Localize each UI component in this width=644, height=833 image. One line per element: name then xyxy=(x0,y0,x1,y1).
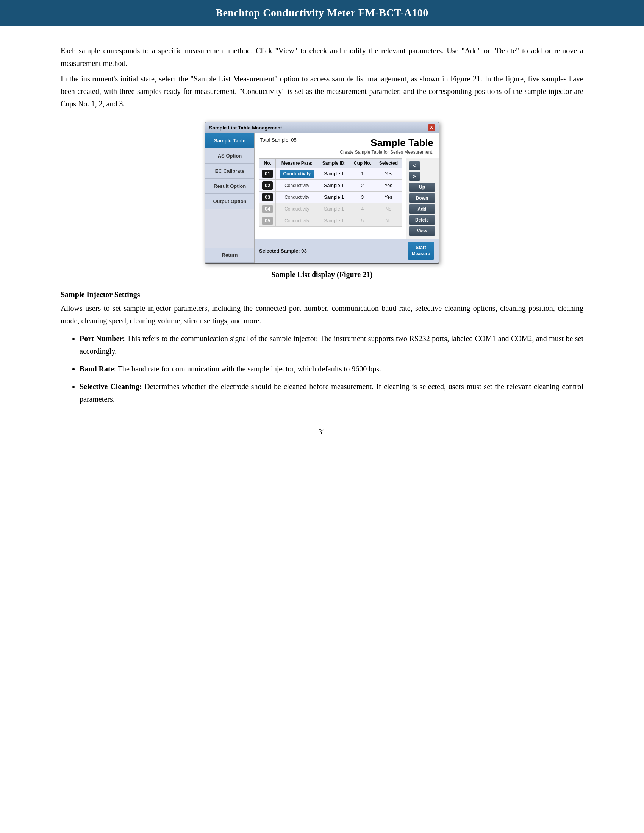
sample-table: No. Measure Para: Sample ID: Cup No. Sel… xyxy=(259,158,402,227)
list-item: Port Number: This refers to the communic… xyxy=(80,333,583,357)
bullet-text-3: Determines whether the electrode should … xyxy=(80,383,583,403)
table-row: 04 Conductivity Sample 1 4 No xyxy=(259,203,402,215)
add-button[interactable]: Add xyxy=(409,204,435,214)
sidebar-item-result-option[interactable]: Result Option xyxy=(205,179,254,194)
cell-measure-para: Conductivity xyxy=(276,203,318,215)
list-item: Selective Cleaning: Determines whether t… xyxy=(80,381,583,405)
figure-caption: Sample List display (Figure 21) xyxy=(61,270,583,279)
cell-measure-para: Conductivity xyxy=(276,168,318,180)
bullet-term-1: Port Number xyxy=(80,334,123,343)
col-header-selected: Selected xyxy=(375,159,402,168)
bullet-text-1: This refers to the communication signal … xyxy=(80,334,583,355)
cell-sample-id: Sample 1 xyxy=(318,203,350,215)
cell-measure-para: Conductivity xyxy=(276,180,318,191)
delete-button[interactable]: Delete xyxy=(409,215,435,225)
cell-selected: Yes xyxy=(375,191,402,203)
dialog-sidebar: Sample Table AS Option EC Calibrate Resu… xyxy=(205,133,254,263)
cell-cup-no: 2 xyxy=(349,180,375,191)
dialog-title-row: Total Sample: 05 Sample Table Create Sam… xyxy=(254,133,439,158)
sidebar-item-return[interactable]: Return xyxy=(205,248,254,263)
up-button[interactable]: Up xyxy=(409,182,435,191)
cell-selected: Yes xyxy=(375,180,402,191)
cell-no: 04 xyxy=(259,203,276,215)
bullet-colon-2: : xyxy=(114,365,118,373)
table-row[interactable]: 01 Conductivity Sample 1 1 Yes xyxy=(259,168,402,180)
dialog-footer: Selected Sample: 03 StartMeasure xyxy=(254,238,439,263)
page-number: 31 xyxy=(61,428,583,436)
dialog-content-right: Total Sample: 05 Sample Table Create Sam… xyxy=(254,133,439,263)
bullet-list: Port Number: This refers to the communic… xyxy=(80,333,583,405)
cell-cup-no: 5 xyxy=(349,215,375,227)
list-item: Baud Rate: The baud rate for communicati… xyxy=(80,363,583,375)
page-content: Each sample corresponds to a specific me… xyxy=(0,26,644,459)
screenshot-wrapper: Sample List Table Management X Sample Ta… xyxy=(61,122,583,264)
sidebar-item-sample-table[interactable]: Sample Table xyxy=(205,133,254,148)
table-row: 05 Conductivity Sample 1 5 No xyxy=(259,215,402,227)
cell-sample-id: Sample 1 xyxy=(318,191,350,203)
sidebar-item-ec-calibrate[interactable]: EC Calibrate xyxy=(205,164,254,179)
bullet-term-2: Baud Rate xyxy=(80,365,114,373)
intro-paragraph-1: Each sample corresponds to a specific me… xyxy=(61,45,583,110)
cell-sample-id: Sample 1 xyxy=(318,168,350,180)
start-measure-button[interactable]: StartMeasure xyxy=(407,242,434,260)
conductivity-button-1[interactable]: Conductivity xyxy=(280,170,315,178)
sidebar-item-output-option[interactable]: Output Option xyxy=(205,194,254,209)
page-header: Benchtop Conductivity Meter FM-BCT-A100 xyxy=(0,0,644,26)
col-header-cup-no: Cup No. xyxy=(349,159,375,168)
col-header-sample-id: Sample ID: xyxy=(318,159,350,168)
table-row[interactable]: 02 Conductivity Sample 1 2 Yes xyxy=(259,180,402,191)
cell-no: 01 xyxy=(259,168,276,180)
sidebar-item-as-option[interactable]: AS Option xyxy=(205,148,254,164)
view-button[interactable]: View xyxy=(409,227,435,235)
dialog-create-label: Create Sample Table for Series Measureme… xyxy=(340,149,433,156)
down-button[interactable]: Down xyxy=(409,193,435,203)
dialog-titlebar: Sample List Table Management X xyxy=(205,122,439,133)
cell-measure-para: Conductivity xyxy=(276,215,318,227)
dialog-close-button[interactable]: X xyxy=(428,124,435,131)
cell-no: 03 xyxy=(259,191,276,203)
dialog-title-label: Sample List Table Management xyxy=(209,125,282,130)
next-button[interactable]: > xyxy=(409,172,420,181)
cell-selected: No xyxy=(375,203,402,215)
cell-cup-no: 1 xyxy=(349,168,375,180)
cell-cup-no: 3 xyxy=(349,191,375,203)
col-header-measure-para: Measure Para: xyxy=(276,159,318,168)
dialog-sample-table-heading: Sample Table xyxy=(340,137,433,149)
dialog-table-and-actions: No. Measure Para: Sample ID: Cup No. Sel… xyxy=(254,158,439,238)
prev-button[interactable]: < xyxy=(409,161,420,170)
cell-cup-no: 4 xyxy=(349,203,375,215)
dialog-window: Sample List Table Management X Sample Ta… xyxy=(204,122,440,264)
cell-selected: No xyxy=(375,215,402,227)
dialog-inner: Sample Table AS Option EC Calibrate Resu… xyxy=(205,133,439,263)
section-heading: Sample Injector Settings xyxy=(61,290,583,299)
cell-no: 05 xyxy=(259,215,276,227)
bullet-colon-1: : xyxy=(123,334,127,343)
dialog-actions-wrap: < > Up Down Add Delete View xyxy=(406,158,439,238)
bullet-term-3: Selective Cleaning: xyxy=(80,383,142,391)
col-header-no: No. xyxy=(259,159,276,168)
footer-selected-label: Selected Sample: 03 xyxy=(259,248,307,254)
cell-sample-id: Sample 1 xyxy=(318,180,350,191)
cell-measure-para: Conductivity xyxy=(276,191,318,203)
table-row[interactable]: 03 Conductivity Sample 1 3 Yes xyxy=(259,191,402,203)
cell-selected: Yes xyxy=(375,168,402,180)
bullet-text-2: The baud rate for communication with the… xyxy=(118,365,381,373)
dialog-table-wrap: No. Measure Para: Sample ID: Cup No. Sel… xyxy=(254,158,406,238)
section-intro: Allows users to set sample injector para… xyxy=(61,302,583,327)
header-title: Benchtop Conductivity Meter FM-BCT-A100 xyxy=(216,7,428,19)
cell-sample-id: Sample 1 xyxy=(318,215,350,227)
dialog-total-label: Total Sample: 05 xyxy=(260,137,296,143)
dialog-table-area: No. Measure Para: Sample ID: Cup No. Sel… xyxy=(254,158,406,231)
cell-no: 02 xyxy=(259,180,276,191)
